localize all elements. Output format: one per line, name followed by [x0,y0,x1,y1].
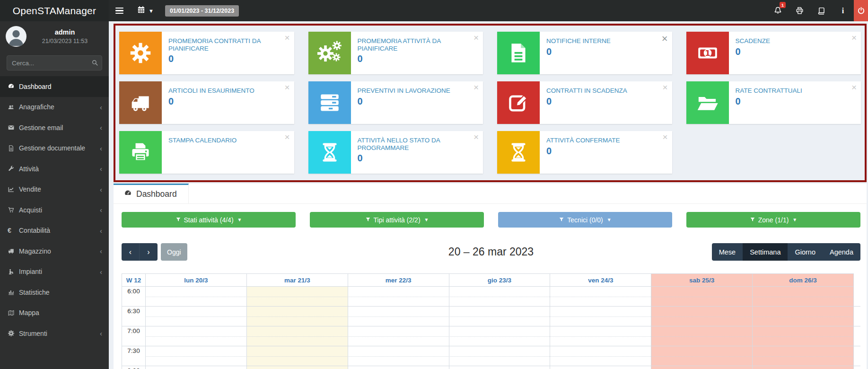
sidebar-item-impianti[interactable]: Impianti‹ [0,262,109,282]
bell-button[interactable]: 1 [767,0,789,21]
period-dropdown-button[interactable]: ▼ [130,0,160,21]
book-button[interactable] [810,0,832,21]
printer-button[interactable] [789,0,810,21]
calendar-slot[interactable] [145,307,246,326]
close-icon[interactable]: × [851,33,857,44]
close-icon[interactable]: × [284,33,289,44]
view-button-agenda[interactable]: Agenda [823,243,860,261]
calendar-slot[interactable] [246,346,348,366]
calendar-slot[interactable] [651,307,752,326]
calendar-slot[interactable] [550,326,651,346]
today-button[interactable]: Oggi [161,243,187,261]
widget-card[interactable]: PROMEMORIA CONTRATTI DA PIANIFICARE0× [119,32,294,74]
widget-title[interactable]: CONTRATTI IN SCADENZA [546,87,665,95]
sidebar-item-anagrafiche[interactable]: Anagrafiche‹ [0,97,109,118]
search-input[interactable] [7,55,102,70]
calendar-slot[interactable] [348,287,449,306]
filter-button-zone[interactable]: Zone (1/1)▼ [686,212,860,228]
calendar-slot[interactable] [348,326,449,346]
calendar-slot[interactable] [651,366,752,369]
calendar-prev-button[interactable]: ‹ [122,243,140,261]
calendar-slot[interactable] [246,326,348,346]
sidebar-item-statistiche[interactable]: Statistiche [0,282,109,303]
calendar-slot[interactable] [651,346,752,366]
day-header[interactable]: mar 21/3 [246,273,348,287]
close-icon[interactable]: × [851,82,857,93]
widget-card[interactable]: ATTIVITÀ CONFERMATE0× [497,131,672,174]
sidebar-item-vendite[interactable]: Vendite‹ [0,179,109,200]
search-icon[interactable] [91,59,99,69]
close-icon[interactable]: × [473,33,479,44]
close-icon[interactable]: × [473,132,479,143]
app-logo[interactable]: OpenSTAManager [0,0,109,21]
avatar[interactable] [6,26,26,47]
widget-title[interactable]: NOTIFICHE INTERNE [546,37,665,45]
calendar-slot[interactable] [145,287,246,306]
sidebar-item-mappa[interactable]: Mappa [0,303,109,324]
calendar-slot[interactable] [449,346,550,366]
close-icon[interactable]: × [662,132,667,143]
calendar-slot[interactable] [145,326,246,346]
widget-title[interactable]: PROMEMORIA CONTRATTI DA PIANIFICARE [168,37,287,52]
calendar-slot[interactable] [348,366,449,369]
calendar-slot[interactable] [550,346,651,366]
close-icon[interactable]: × [662,82,667,93]
widget-title[interactable]: ATTIVITÀ NELLO STATO DA PROGRAMMARE [358,137,476,151]
sidebar-item-dashboard[interactable]: Dashboard [0,76,109,97]
widget-title[interactable]: PROMEMORIA ATTIVITÀ DA PIANIFICARE [358,37,476,52]
sidebar-item-acquisti[interactable]: Acquisti‹ [0,200,109,220]
sidebar-item-gestione-email[interactable]: Gestione email‹ [0,117,109,138]
close-icon[interactable]: × [284,132,289,143]
calendar-slot[interactable] [752,366,853,369]
calendar-slot[interactable] [449,366,550,369]
day-header[interactable]: sab 25/3 [651,273,752,287]
sidebar-item-attivit-[interactable]: Attività‹ [0,158,109,179]
widget-card[interactable]: STAMPA CALENDARIO× [119,131,294,174]
calendar-slot[interactable] [752,307,853,326]
sidebar-item-magazzino[interactable]: Magazzino‹ [0,241,109,262]
close-icon[interactable]: × [473,82,479,93]
widget-card[interactable]: PREVENTIVI IN LAVORAZIONE0× [308,81,483,124]
calendar-slot[interactable] [651,287,752,306]
date-range-badge[interactable]: 01/01/2023 - 31/12/2023 [165,5,239,17]
widget-title[interactable]: ARTICOLI IN ESAURIMENTO [168,87,287,95]
sidebar-item-strumenti[interactable]: Strumenti‹ [0,323,109,344]
calendar-slot[interactable] [145,366,246,369]
day-header[interactable]: lun 20/3 [145,273,246,287]
widget-title[interactable]: SCADENZE [736,37,854,45]
calendar-slot[interactable] [246,287,348,306]
calendar-slot[interactable] [752,287,853,306]
calendar-slot[interactable] [550,287,651,306]
sidebar-item-contabilit-[interactable]: €Contabilità‹ [0,220,109,241]
info-button[interactable]: i [832,0,854,21]
widget-card[interactable]: ARTICOLI IN ESAURIMENTO0× [119,81,294,124]
calendar-slot[interactable] [449,307,550,326]
widget-title[interactable]: STAMPA CALENDARIO [168,137,287,144]
view-button-giorno[interactable]: Giorno [788,243,823,261]
calendar-slot[interactable] [246,307,348,326]
calendar-slot[interactable] [651,326,752,346]
widget-card[interactable]: PROMEMORIA ATTIVITÀ DA PIANIFICARE0× [308,32,483,74]
filter-button-tipi[interactable]: Tipi attività (2/2)▼ [310,212,484,228]
power-button[interactable] [854,0,868,21]
day-header[interactable]: ven 24/3 [550,273,651,287]
calendar-slot[interactable] [246,366,348,369]
calendar-slot[interactable] [449,326,550,346]
widget-card[interactable]: 1SCADENZE0× [686,32,861,74]
calendar-slot[interactable] [348,307,449,326]
day-header[interactable]: dom 26/3 [752,273,853,287]
filter-button-stati[interactable]: Stati attività (4/4)▼ [122,212,296,228]
calendar-slot[interactable] [550,307,651,326]
widget-title[interactable]: RATE CONTRATTUALI [736,87,854,95]
calendar-next-button[interactable]: › [140,243,158,261]
close-icon[interactable]: × [662,33,668,45]
widget-title[interactable]: PREVENTIVI IN LAVORAZIONE [358,87,476,95]
calendar-slot[interactable] [348,346,449,366]
calendar-slot[interactable] [752,346,853,366]
day-header[interactable]: mer 22/3 [348,273,449,287]
sidebar-item-gestione-documentale[interactable]: Gestione documentale‹ [0,138,109,159]
calendar-slot[interactable] [145,346,246,366]
view-button-settimana[interactable]: Settimana [743,243,788,261]
day-header[interactable]: gio 23/3 [449,273,550,287]
calendar-slot[interactable] [550,366,651,369]
